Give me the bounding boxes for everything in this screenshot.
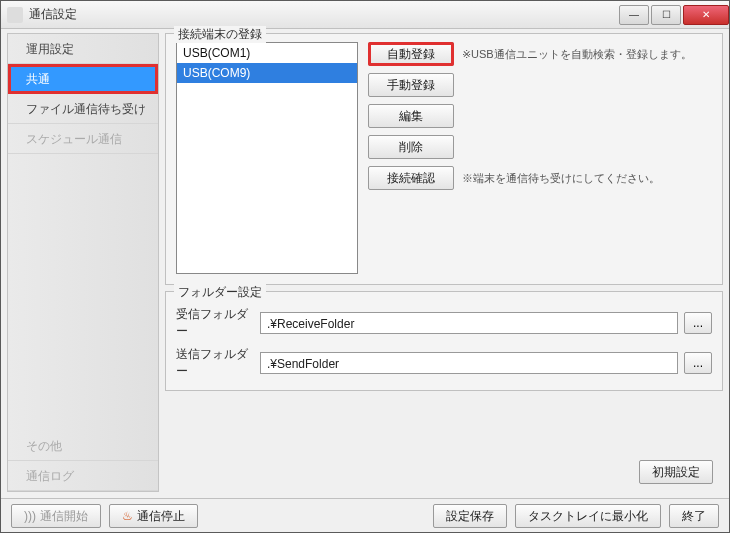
list-item[interactable]: USB(COM9) — [177, 63, 357, 83]
auto-hint: ※USB通信ユニットを自動検索・登録します。 — [462, 47, 692, 62]
signal-icon: ))) — [24, 505, 36, 527]
close-window-button[interactable]: ✕ — [683, 5, 729, 25]
auto-register-button[interactable]: 自動登録 — [368, 42, 454, 66]
flame-icon: ♨ — [122, 505, 133, 527]
send-browse-button[interactable]: ... — [684, 352, 712, 374]
minimize-window-button[interactable]: — — [619, 5, 649, 25]
window: 通信設定 — ☐ ✕ 運用設定 共通 ファイル通信待ち受け スケジュール通信 そ… — [0, 0, 730, 533]
maximize-window-button[interactable]: ☐ — [651, 5, 681, 25]
list-item[interactable]: USB(COM1) — [177, 43, 357, 63]
manual-register-button[interactable]: 手動登録 — [368, 73, 454, 97]
minimize-tray-button[interactable]: タスクトレイに最小化 — [515, 504, 661, 528]
folder-groupbox: フォルダー設定 受信フォルダー .¥ReceiveFolder ... 送信フォ… — [165, 291, 723, 391]
app-icon — [7, 7, 23, 23]
recv-folder-label: 受信フォルダー — [176, 306, 254, 340]
save-settings-button[interactable]: 設定保存 — [433, 504, 507, 528]
check-connection-button[interactable]: 接続確認 — [368, 166, 454, 190]
exit-button[interactable]: 終了 — [669, 504, 719, 528]
delete-button[interactable]: 削除 — [368, 135, 454, 159]
sidebar-item-filecomm[interactable]: ファイル通信待ち受け — [8, 94, 158, 124]
recv-browse-button[interactable]: ... — [684, 312, 712, 334]
sidebar-item-other[interactable]: その他 — [8, 431, 158, 461]
recv-folder-input[interactable]: .¥ReceiveFolder — [260, 312, 678, 334]
comm-stop-button[interactable]: ♨ 通信停止 — [109, 504, 198, 528]
window-title: 通信設定 — [29, 6, 617, 23]
sidebar-item-schedule[interactable]: スケジュール通信 — [8, 124, 158, 154]
device-list[interactable]: USB(COM1) USB(COM9) — [176, 42, 358, 274]
sidebar-item-common[interactable]: 共通 — [8, 64, 158, 94]
send-folder-input[interactable]: .¥SendFolder — [260, 352, 678, 374]
content: 接続端末の登録 USB(COM1) USB(COM9) 自動登録 ※USB通信ユ… — [165, 33, 723, 492]
edit-button[interactable]: 編集 — [368, 104, 454, 128]
sidebar-item-commlog[interactable]: 通信ログ — [8, 461, 158, 491]
send-folder-label: 送信フォルダー — [176, 346, 254, 380]
folder-group-title: フォルダー設定 — [174, 284, 266, 301]
sidebar: 運用設定 共通 ファイル通信待ち受け スケジュール通信 その他 通信ログ — [7, 33, 159, 492]
device-groupbox: 接続端末の登録 USB(COM1) USB(COM9) 自動登録 ※USB通信ユ… — [165, 33, 723, 285]
comm-start-button[interactable]: ))) 通信開始 — [11, 504, 101, 528]
device-group-title: 接続端末の登録 — [174, 26, 266, 43]
check-hint: ※端末を通信待ち受けにしてください。 — [462, 171, 660, 186]
titlebar: 通信設定 — ☐ ✕ — [1, 1, 729, 29]
reset-defaults-button[interactable]: 初期設定 — [639, 460, 713, 484]
footer: ))) 通信開始 ♨ 通信停止 設定保存 タスクトレイに最小化 終了 — [1, 498, 729, 532]
sidebar-item-operation[interactable]: 運用設定 — [8, 34, 158, 64]
